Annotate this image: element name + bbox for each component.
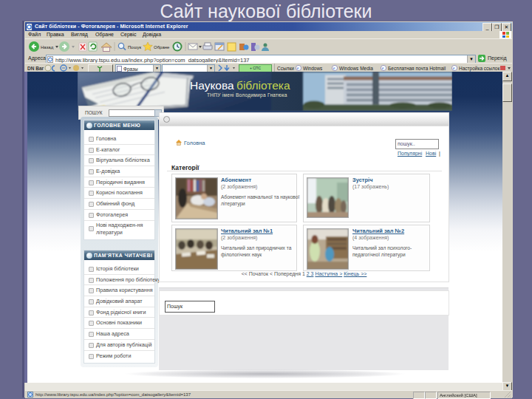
svg-text:Обране: Обране <box>154 45 170 50</box>
svg-text:e: e <box>453 66 455 70</box>
svg-text:Наукова: Наукова <box>190 79 234 92</box>
svg-text:Назад: Назад <box>41 45 54 50</box>
svg-text:ТНПУ імені Володимира Гнатюка: ТНПУ імені Володимира Гнатюка <box>207 92 287 98</box>
svg-text:e: e <box>333 66 335 70</box>
svg-text:e: e <box>297 66 299 70</box>
svg-text:Пошук: Пошук <box>128 45 141 50</box>
svg-text:e: e <box>382 66 384 70</box>
svg-text:бібліотека: бібліотека <box>236 79 290 92</box>
